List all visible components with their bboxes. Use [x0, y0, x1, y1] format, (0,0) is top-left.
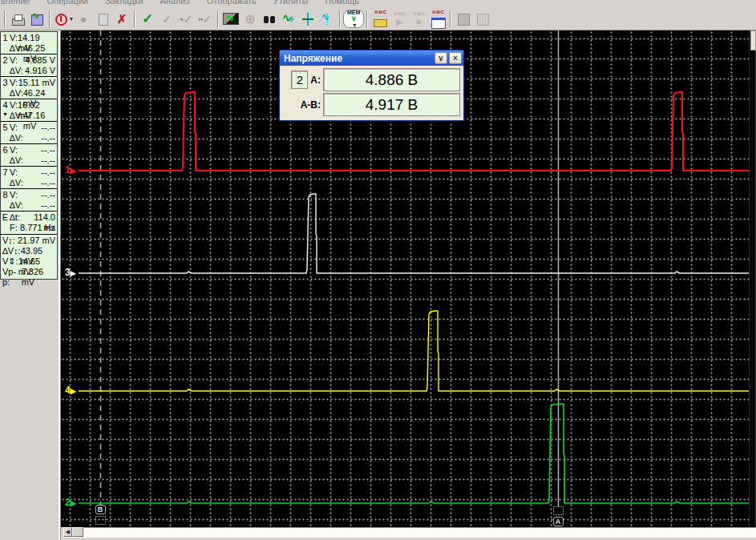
print-icon	[10, 13, 25, 26]
frequency-label: F:	[10, 223, 18, 233]
accept-partial-icon: ✓	[162, 14, 172, 25]
voltage-value: --.--	[41, 190, 55, 200]
trace-number: 2	[65, 497, 71, 508]
accept-wave-button[interactable]: ∿✓	[176, 10, 196, 29]
save-signal-button[interactable]	[27, 10, 46, 29]
voltage-label: V:	[10, 123, 18, 133]
search-binoculars-button[interactable]	[260, 10, 279, 29]
trace-arrow-icon: ▶	[71, 167, 76, 175]
globe-icon: ⊕	[245, 14, 255, 25]
accept-partial-button[interactable]: ✓	[157, 10, 176, 29]
wave-markers-icon	[281, 13, 296, 26]
scroll-left-button[interactable]: ◀	[63, 527, 72, 537]
blank-square-button[interactable]	[454, 10, 473, 29]
stat-label: V⇕:	[2, 256, 18, 267]
menu-item-utility[interactable]: Утилиты	[273, 0, 309, 6]
channel-badge[interactable]: 2	[291, 71, 308, 89]
channel-number: 7	[2, 167, 7, 177]
trace-2-label[interactable]: 2▶	[65, 498, 76, 508]
accept-arrow-button[interactable]: ↦✓	[196, 10, 215, 29]
abc-stop-button[interactable]: A:B:C■	[409, 10, 428, 29]
voltage-label: V:	[10, 55, 18, 66]
dialog-body: 2 A: 4.886 В A-B: 4.917 В	[280, 66, 463, 119]
toolbar: ▾●✗✓✓∿✓↦✓⊕MEM∨▾A:B:C▾A:B:C▶A:B:C■A:B:C▾	[0, 8, 756, 30]
dropdown-arrow-icon[interactable]: ▾	[353, 22, 356, 29]
h-scrollbar[interactable]: ◀	[61, 527, 756, 537]
h-scroll-thumb[interactable]	[72, 527, 83, 537]
view-chart-button[interactable]	[221, 10, 241, 29]
wave-cursor-button[interactable]	[317, 10, 337, 29]
save-signal-icon	[30, 13, 44, 26]
dialog-title: Напряжение	[284, 53, 433, 64]
abc-window-button[interactable]: A:B:C▾	[428, 10, 447, 29]
erase-button[interactable]: ✗	[112, 10, 131, 29]
menu-item-pomosch[interactable]: Помощь	[325, 0, 360, 6]
stat-value: 14.65 mV	[18, 256, 55, 267]
cursor-b-marker[interactable]: B	[95, 505, 106, 514]
accept-arrow-icon: ✓	[202, 14, 212, 25]
cursor-a-handle[interactable]	[553, 506, 564, 515]
delta-voltage-value: --.--	[41, 155, 55, 166]
close-button[interactable]: ×	[449, 52, 462, 64]
dropdown-arrow-icon[interactable]: ▾	[70, 15, 73, 22]
dialog-titlebar[interactable]: Напряжение ∨ ×	[280, 50, 463, 66]
mem-button[interactable]: MEM∨▾	[343, 10, 364, 28]
wave-markers-button[interactable]	[279, 10, 298, 29]
trace-3-label[interactable]: 3▶	[65, 268, 76, 278]
channel-row-4: 4▼V:16.02 mV∆V:47.16 mV	[1, 99, 57, 122]
delta-voltage-label: ∆V:	[10, 111, 23, 121]
menu-item-analiz[interactable]: Анализ	[160, 0, 190, 6]
v-scroll-thumb[interactable]	[750, 30, 756, 50]
cursor-b-handle[interactable]	[95, 516, 106, 525]
trigger-marker-icon: ▼	[2, 111, 8, 117]
toolbar-separator	[217, 10, 219, 28]
channel-row-3: 3V:15.11 mV∆V:46.24 mV	[1, 77, 57, 99]
voltage-value: --.--	[41, 167, 55, 178]
accept-icon: ✓	[142, 14, 153, 25]
voltage-value: --.--	[41, 145, 55, 155]
voltage-label: V:	[10, 100, 18, 111]
menu-item-upravlenie[interactable]: вление	[1, 0, 30, 6]
trace-4-label[interactable]: 4▶	[65, 385, 76, 396]
channel-row-6: 6V:--.--∆V:--.--	[1, 144, 57, 167]
abc-play-button[interactable]: A:B:C▶	[390, 10, 409, 29]
v-scrollbar[interactable]	[749, 30, 756, 527]
stat-label: V↕:	[2, 236, 15, 246]
dotted-square-icon	[475, 13, 490, 26]
abc-play-icon: ▶	[396, 16, 402, 27]
cursor-a-label: A:	[310, 75, 321, 86]
accept-button[interactable]: ✓	[138, 10, 157, 29]
dotted-square-button[interactable]	[473, 10, 492, 29]
toolbar-separator	[4, 10, 6, 28]
menu-item-otobrazhat[interactable]: Отображать	[207, 0, 257, 6]
main-area: 1V:14.19 mV∆V:46.25 mV2V:4.885 V∆V:4.916…	[0, 30, 756, 540]
cursor-ab-label: A-B:	[301, 99, 321, 111]
power-stop-button[interactable]: ▾	[53, 10, 74, 29]
trace-number: 1	[65, 164, 71, 175]
trace-number: 4	[65, 385, 71, 396]
delta-t-label: ∆t:	[10, 212, 20, 223]
menu-item-zakladki[interactable]: Закладки	[105, 0, 144, 6]
voltage-dialog[interactable]: Напряжение ∨ × 2 A: 4.886 В A-B: 4.9	[279, 50, 464, 121]
delta-voltage-label: ∆V:	[10, 155, 23, 166]
plot-area[interactable]: Напряжение ∨ × 2 A: 4.886 В A-B: 4.9	[61, 30, 749, 527]
sidebar: 1V:14.19 mV∆V:46.25 mV2V:4.885 V∆V:4.916…	[0, 30, 61, 540]
voltage-value: 15.11 mV	[18, 78, 55, 88]
collapse-button[interactable]: ∨	[435, 52, 447, 64]
record-button[interactable]: ●	[74, 10, 93, 29]
menu-item-operacii[interactable]: Операции	[46, 0, 87, 6]
levels-button[interactable]	[298, 10, 317, 29]
trace-1-label[interactable]: 1▶	[65, 165, 76, 175]
trace-number: 3	[65, 267, 71, 278]
stat-value: 7.326 mV	[22, 267, 55, 277]
globe-button[interactable]: ⊕	[241, 10, 260, 29]
channel-row-5: 5V:--.--∆V:--.--	[1, 122, 57, 144]
abc-open-button[interactable]: A:B:C▾	[370, 10, 390, 29]
print-button[interactable]	[8, 10, 27, 29]
timing-block: E ∆t: 114.0 ms F: 8.771 Hz	[1, 212, 57, 235]
h-scroll-track[interactable]	[83, 527, 756, 537]
import-page-button[interactable]	[93, 10, 112, 29]
view-chart-icon	[223, 13, 239, 25]
voltage-label: V:	[10, 78, 18, 88]
cursor-a-marker[interactable]: A	[553, 517, 564, 526]
